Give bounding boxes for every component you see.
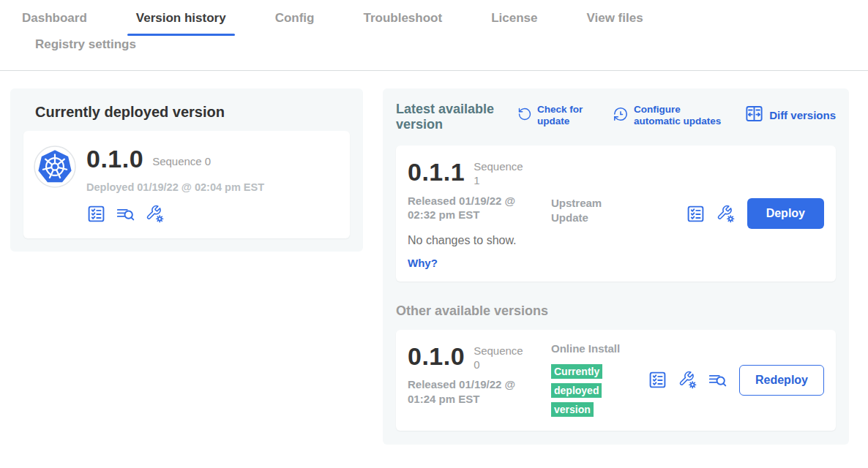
available-versions-header: Latest available version Check for updat… xyxy=(396,102,836,132)
refresh-icon xyxy=(517,107,532,124)
action-label: Configure automatic updates xyxy=(634,104,722,127)
version-number: 0.1.0 xyxy=(408,341,465,371)
tab-label: Registry settings xyxy=(35,37,136,51)
tab-registry-settings[interactable]: Registry settings xyxy=(35,37,819,62)
badge-container: Currently deployed version xyxy=(551,362,611,418)
released-timestamp: Released 01/19/22 @ 01:24 pm EST xyxy=(408,377,534,406)
nav-row-secondary: Registry settings xyxy=(22,37,868,62)
deployed-timestamp: Deployed 01/19/22 @ 02:04 pm EST xyxy=(86,181,264,194)
auto-update-icon xyxy=(613,106,629,125)
source-label: Upstream Update xyxy=(551,196,630,224)
edit-config-icon[interactable] xyxy=(716,204,736,224)
edit-config-icon[interactable] xyxy=(678,370,697,390)
no-changes-text: No changes to show. xyxy=(408,233,551,247)
tab-troubleshoot[interactable]: Troubleshoot xyxy=(363,11,442,36)
version-action-icons xyxy=(686,204,736,224)
sequence-label: Sequence 1 xyxy=(474,160,526,188)
diff-icon xyxy=(744,104,764,127)
tab-view-files[interactable]: View files xyxy=(586,11,643,36)
currently-deployed-title: Currently deployed version xyxy=(35,103,350,121)
active-tab-underline xyxy=(127,34,235,36)
header-actions: Check for update Configure automatic upd… xyxy=(498,102,836,127)
nav-row-primary: Dashboard Version history Config Trouble… xyxy=(22,11,868,36)
version-row: 0.1.0 Sequence 0 xyxy=(408,341,551,372)
configure-automatic-updates-link[interactable]: Configure automatic updates xyxy=(613,104,722,127)
deploy-logs-icon[interactable] xyxy=(116,204,135,224)
currently-deployed-badge: Currently deployed version xyxy=(551,364,602,416)
current-version-card: 0.1.0 Sequence 0 Deployed 01/19/22 @ 02:… xyxy=(23,131,350,238)
tab-dashboard[interactable]: Dashboard xyxy=(22,11,87,36)
source-label: Online Install xyxy=(551,341,630,356)
diff-versions-link[interactable]: Diff versions xyxy=(744,104,836,127)
available-versions-panel: Latest available version Check for updat… xyxy=(383,88,849,445)
tab-label: Troubleshoot xyxy=(363,11,442,25)
main-content: Currently deployed version 0.1.0 Sequenc… xyxy=(0,71,868,445)
released-timestamp: Released 01/19/22 @ 02:32 pm EST xyxy=(408,194,534,222)
tab-label: View files xyxy=(586,11,643,25)
why-link[interactable]: Why? xyxy=(408,257,438,270)
version-row: 0.1.0 Sequence 0 xyxy=(86,144,264,174)
tab-label: Version history xyxy=(136,11,226,25)
action-label: Diff versions xyxy=(769,109,836,122)
currently-deployed-panel: Currently deployed version 0.1.0 Sequenc… xyxy=(10,88,363,252)
version-number: 0.1.1 xyxy=(408,157,465,187)
kubernetes-logo xyxy=(34,146,76,188)
tab-license[interactable]: License xyxy=(491,11,537,36)
other-version-card: 0.1.0 Sequence 0 Released 01/19/22 @ 01:… xyxy=(396,330,836,431)
tab-label: License xyxy=(491,11,537,25)
version-action-icons xyxy=(86,204,264,224)
preflight-checks-icon[interactable] xyxy=(86,204,106,224)
version-column: 0.1.1 Sequence 1 Released 01/19/22 @ 02:… xyxy=(408,157,551,270)
tab-version-history[interactable]: Version history xyxy=(136,11,226,36)
current-version-info: 0.1.0 Sequence 0 Deployed 01/19/22 @ 02:… xyxy=(86,144,264,224)
sequence-label: Sequence 0 xyxy=(152,155,211,168)
version-row: 0.1.1 Sequence 1 xyxy=(408,157,551,188)
preflight-checks-icon[interactable] xyxy=(686,204,706,224)
source-column: Online Install Currently deployed versio… xyxy=(551,341,630,418)
tab-label: Config xyxy=(275,11,315,25)
tab-config[interactable]: Config xyxy=(275,11,315,36)
latest-available-title: Latest available version xyxy=(396,102,498,132)
version-number: 0.1.0 xyxy=(86,144,143,174)
latest-version-card: 0.1.1 Sequence 1 Released 01/19/22 @ 02:… xyxy=(396,146,836,282)
check-for-update-link[interactable]: Check for update xyxy=(517,104,590,127)
edit-config-icon[interactable] xyxy=(145,204,165,224)
source-column: Upstream Update xyxy=(551,157,630,224)
tab-label: Dashboard xyxy=(22,11,87,25)
top-nav: Dashboard Version history Config Trouble… xyxy=(0,0,868,71)
version-column: 0.1.0 Sequence 0 Released 01/19/22 @ 01:… xyxy=(408,341,551,407)
action-label: Check for update xyxy=(537,104,590,127)
sequence-label: Sequence 0 xyxy=(474,344,526,372)
preflight-checks-icon[interactable] xyxy=(648,370,667,390)
redeploy-button[interactable]: Redeploy xyxy=(739,365,824,396)
other-versions-title: Other available versions xyxy=(396,303,836,320)
version-action-icons xyxy=(648,370,727,390)
deploy-logs-icon[interactable] xyxy=(708,370,727,390)
deploy-button[interactable]: Deploy xyxy=(747,198,824,229)
